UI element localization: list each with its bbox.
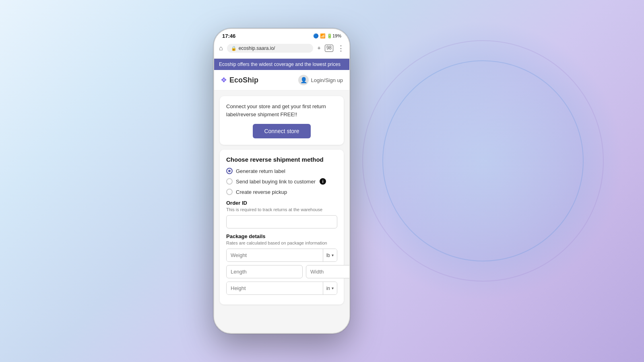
menu-icon[interactable]: ⋮ (337, 45, 345, 52)
scroll-area: Connect your store and get your first re… (214, 90, 349, 310)
connect-card-text: Connect your store and get your first re… (226, 103, 337, 118)
section-title: Choose reverse shipment method (226, 156, 337, 163)
weight-row: lb ▾ (226, 249, 337, 262)
radio-create-pickup[interactable]: Create reverse pickup (226, 189, 337, 195)
browser-bar: ⌂ 🔒 ecoship.saara.io/ + 98 ⋮ (214, 41, 349, 59)
height-unit-select[interactable]: in ▾ (323, 282, 337, 294)
radio-pickup-circle (226, 189, 233, 195)
connect-store-button[interactable]: Connect store (253, 124, 310, 138)
order-id-label: Order ID (226, 200, 337, 206)
weight-input-group: lb ▾ (226, 249, 337, 262)
package-label: Package details (226, 233, 337, 239)
connect-store-card: Connect your store and get your first re… (220, 96, 344, 145)
login-label: Login/Sign up (311, 77, 343, 83)
info-icon[interactable]: i (320, 178, 326, 185)
height-input[interactable] (227, 282, 323, 294)
shipment-method-card: Choose reverse shipment method Generate … (220, 150, 344, 304)
logo-area: ❖ EcoShip (221, 76, 258, 84)
new-tab-icon[interactable]: + (317, 45, 320, 52)
battery-icon: 🔵 📶 🔋19% (313, 33, 341, 39)
order-id-input[interactable] (226, 215, 337, 228)
lock-icon: 🔒 (231, 46, 237, 51)
url-bar[interactable]: 🔒 ecoship.saara.io/ (227, 44, 314, 53)
announcement-text: Ecoship offers the widest coverage and t… (219, 62, 341, 67)
radio-send-label-link[interactable]: Send label buying link to customer i (226, 178, 337, 185)
height-unit-text: in (326, 286, 330, 291)
bg-circle-3 (362, 40, 604, 282)
length-width-row (226, 265, 337, 278)
logo-icon: ❖ (221, 76, 227, 84)
weight-unit-select[interactable]: lb ▾ (323, 249, 337, 261)
radio-label-send: Send label buying link to customer (236, 179, 316, 185)
radio-send-circle (226, 178, 233, 185)
status-time: 17:46 (222, 33, 235, 39)
order-id-field-group: Order ID This is required to track retur… (226, 200, 337, 228)
package-sublabel: Rates are calculated based on package in… (226, 241, 337, 245)
order-id-sublabel: This is required to track returns at the… (226, 207, 337, 212)
weight-chevron-icon: ▾ (332, 253, 334, 257)
radio-label-pickup: Create reverse pickup (236, 189, 287, 195)
weight-unit-text: lb (326, 253, 330, 258)
radio-generate-selected (226, 168, 233, 174)
status-bar: 17:46 🔵 📶 🔋19% (214, 29, 349, 41)
tabs-icon[interactable]: 98 (325, 45, 333, 52)
page-content: Ecoship offers the widest coverage and t… (214, 59, 349, 326)
home-icon[interactable]: ⌂ (219, 45, 223, 52)
announcement-banner: Ecoship offers the widest coverage and t… (214, 59, 349, 70)
app-header: ❖ EcoShip 👤 Login/Sign up (214, 70, 349, 90)
browser-actions: + 98 ⋮ (317, 45, 345, 52)
height-input-group: in ▾ (226, 282, 337, 295)
user-avatar-icon: 👤 (298, 75, 309, 85)
url-text: ecoship.saara.io/ (239, 45, 275, 51)
height-row: in ▾ (226, 282, 337, 295)
length-input[interactable] (226, 265, 303, 278)
package-details-group: Package details Rates are calculated bas… (226, 233, 337, 295)
radio-label-generate: Generate return label (236, 168, 285, 174)
width-input[interactable] (306, 265, 349, 278)
status-icons: 🔵 📶 🔋19% (313, 33, 341, 39)
browser-nav: ⌂ 🔒 ecoship.saara.io/ + 98 ⋮ (219, 44, 345, 53)
weight-input[interactable] (227, 249, 323, 261)
login-signup-button[interactable]: 👤 Login/Sign up (298, 75, 343, 85)
logo-text: EcoShip (229, 76, 258, 84)
phone-frame: 17:46 🔵 📶 🔋19% ⌂ 🔒 ecoship.saara.io/ + 9… (213, 28, 350, 334)
radio-generate-return-label[interactable]: Generate return label (226, 168, 337, 174)
height-chevron-icon: ▾ (332, 286, 334, 290)
phone-mockup: 17:46 🔵 📶 🔋19% ⌂ 🔒 ecoship.saara.io/ + 9… (213, 28, 350, 334)
